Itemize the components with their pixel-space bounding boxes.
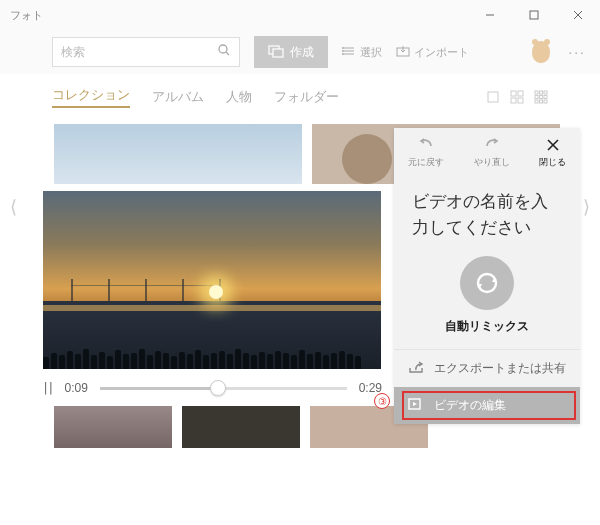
panel-header: 元に戻す やり直し 閉じる: [394, 128, 580, 173]
video-edit-icon: [408, 397, 424, 414]
svg-rect-27: [540, 100, 543, 103]
tab-folder[interactable]: フォルダー: [274, 88, 339, 106]
tab-album[interactable]: アルバム: [152, 88, 204, 106]
more-button[interactable]: ···: [564, 44, 590, 60]
app-title: フォト: [0, 8, 468, 23]
search-input[interactable]: [61, 45, 217, 59]
thumbnail[interactable]: [54, 124, 302, 184]
next-arrow[interactable]: ⟩: [583, 196, 590, 218]
search-box[interactable]: [52, 37, 240, 67]
undo-icon: [417, 138, 435, 154]
video-frame[interactable]: [42, 190, 382, 370]
svg-rect-16: [511, 91, 516, 96]
close-window-button[interactable]: [556, 0, 600, 30]
edit-video-label: ビデオの編集: [434, 397, 506, 414]
create-icon: [268, 44, 284, 61]
svg-rect-25: [544, 96, 547, 99]
side-panel: 元に戻す やり直し 閉じる ビデオの名前を入 力してください 自動リミックス エ…: [394, 128, 580, 424]
svg-rect-21: [540, 91, 543, 94]
prev-arrow[interactable]: ⟨: [10, 196, 17, 218]
toolbar: 作成 選択 インポート ···: [0, 30, 600, 74]
playback-controls: || 0:09 0:29: [42, 380, 382, 396]
svg-rect-19: [518, 98, 523, 103]
remix-label: 自動リミックス: [445, 318, 529, 335]
svg-point-11: [342, 47, 344, 49]
export-share-button[interactable]: エクスポートまたは共有: [394, 350, 580, 387]
view-grid2-icon[interactable]: [510, 90, 524, 104]
remix-icon: [460, 256, 514, 310]
panel-actions: エクスポートまたは共有 ③ ビデオの編集: [394, 349, 580, 424]
view-grid3-icon[interactable]: [534, 90, 548, 104]
view-single-icon[interactable]: [486, 90, 500, 104]
panel-title: ビデオの名前を入 力してください: [394, 173, 580, 250]
svg-rect-18: [511, 98, 516, 103]
select-button[interactable]: 選択: [342, 45, 382, 60]
create-button[interactable]: 作成: [254, 36, 328, 68]
svg-rect-17: [518, 91, 523, 96]
seek-slider[interactable]: [100, 380, 347, 396]
view-mode-icons: [486, 90, 548, 104]
export-label: エクスポートまたは共有: [434, 360, 566, 377]
import-label: インポート: [414, 45, 469, 60]
close-icon: [546, 138, 560, 154]
svg-point-4: [219, 45, 227, 53]
titlebar: フォト: [0, 0, 600, 30]
thumbnail[interactable]: [182, 406, 300, 448]
svg-rect-26: [535, 100, 538, 103]
svg-rect-23: [535, 96, 538, 99]
thumbnail[interactable]: [54, 406, 172, 448]
redo-label: やり直し: [474, 156, 510, 169]
seek-knob[interactable]: [210, 380, 226, 396]
edit-video-button[interactable]: ③ ビデオの編集: [394, 387, 580, 424]
undo-label: 元に戻す: [408, 156, 444, 169]
import-button[interactable]: インポート: [396, 45, 469, 60]
maximize-button[interactable]: [512, 0, 556, 30]
redo-button[interactable]: やり直し: [474, 138, 510, 169]
svg-rect-1: [530, 11, 538, 19]
share-icon: [408, 360, 424, 377]
svg-rect-28: [544, 100, 547, 103]
current-time: 0:09: [64, 381, 87, 395]
svg-line-5: [226, 52, 229, 55]
select-label: 選択: [360, 45, 382, 60]
callout-badge: ③: [374, 393, 390, 409]
undo-button[interactable]: 元に戻す: [408, 138, 444, 169]
search-icon: [217, 43, 231, 61]
close-label: 閉じる: [539, 156, 566, 169]
auto-remix[interactable]: 自動リミックス: [394, 250, 580, 349]
tab-collection[interactable]: コレクション: [52, 86, 130, 108]
svg-rect-20: [535, 91, 538, 94]
video-player: || 0:09 0:29: [42, 190, 382, 396]
tab-people[interactable]: 人物: [226, 88, 252, 106]
svg-rect-24: [540, 96, 543, 99]
bear-avatar[interactable]: [532, 41, 550, 63]
svg-rect-15: [488, 92, 498, 102]
tabs: コレクション アルバム 人物 フォルダー: [0, 74, 600, 116]
close-panel-button[interactable]: 閉じる: [539, 138, 566, 169]
import-icon: [396, 45, 410, 59]
pause-button[interactable]: ||: [42, 381, 52, 395]
svg-rect-22: [544, 91, 547, 94]
minimize-button[interactable]: [468, 0, 512, 30]
select-icon: [342, 45, 356, 59]
redo-icon: [483, 138, 501, 154]
svg-point-13: [342, 53, 344, 55]
create-label: 作成: [290, 44, 314, 61]
svg-point-12: [342, 50, 344, 52]
svg-rect-7: [273, 49, 283, 57]
